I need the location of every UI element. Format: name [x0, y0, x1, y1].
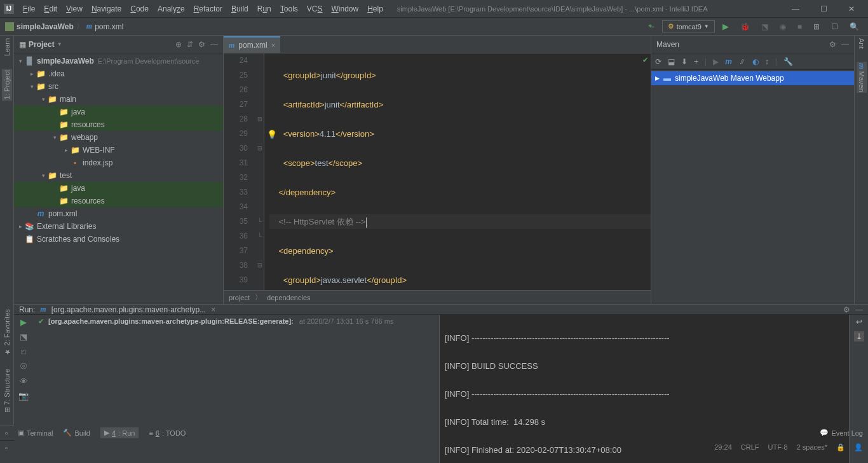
toggle-skip-tests-icon[interactable]: ◐	[752, 57, 759, 66]
tree-pom[interactable]: mpom.xml	[14, 207, 223, 220]
breadcrumb-file[interactable]: pom.xml	[95, 22, 123, 31]
status-encoding[interactable]: UTF-8	[768, 443, 788, 452]
menu-refactor[interactable]: Refactor	[190, 3, 226, 15]
menu-code[interactable]: Code	[126, 3, 153, 15]
tree-resources[interactable]: 📁resources	[14, 118, 223, 131]
run-console[interactable]: [INFO] ---------------------------------…	[440, 315, 849, 463]
tree-java[interactable]: 📁java	[14, 106, 223, 118]
generate-sources-icon[interactable]: ⬓	[668, 57, 675, 66]
add-icon[interactable]: +	[694, 57, 698, 66]
download-icon[interactable]: ⬇	[681, 57, 688, 66]
tab-todo[interactable]: ≡ 6: TODO	[149, 429, 186, 437]
left-tab-learn[interactable]: Learn	[3, 38, 11, 56]
gear-icon[interactable]: ⚙	[843, 305, 850, 314]
maven-root-item[interactable]: ▶ ▬ simpleJavaWeb Maven Webapp	[651, 71, 854, 85]
status-indent[interactable]: 2 spaces*	[797, 443, 827, 452]
tree-main[interactable]: ▾📁main	[14, 93, 223, 106]
tab-build[interactable]: 🔨 Build	[63, 429, 90, 437]
profile-button[interactable]: ◉	[776, 20, 790, 33]
tree-testjava[interactable]: 📁java	[14, 182, 223, 195]
tree-scratch[interactable]: 📋Scratches and Consoles	[14, 233, 223, 245]
reimport-icon[interactable]: ⟳	[655, 57, 661, 66]
filter-icon[interactable]: ⏍	[21, 347, 26, 356]
run-tab-label[interactable]: [org.apache.maven.plugins:maven-archetyp…	[51, 305, 206, 314]
chevron-down-icon[interactable]: ▼	[57, 41, 62, 47]
hide-icon[interactable]: —	[841, 40, 849, 49]
close-tab-icon[interactable]: ×	[271, 41, 275, 49]
close-run-tab-icon[interactable]: ×	[211, 305, 215, 314]
coverage-button[interactable]: ⬔	[757, 20, 772, 33]
right-tab-maven[interactable]: m Maven	[857, 62, 867, 93]
camera-icon[interactable]: 📷	[18, 391, 29, 401]
soft-wrap-icon[interactable]: ↩	[856, 317, 862, 326]
breadcrumb-project[interactable]: simpleJavaWeb	[17, 22, 74, 31]
tree-idea[interactable]: ▸📁.idea	[14, 67, 223, 80]
right-tab-ant[interactable]: Ant	[858, 38, 865, 49]
run-button[interactable]: ▶	[719, 20, 733, 33]
editor-tab-pom[interactable]: m pom.xml ×	[224, 36, 280, 53]
tree-root[interactable]: ▾▉simpleJavaWebE:\Program Development\so…	[14, 55, 223, 67]
build-button[interactable]: ⬑	[644, 20, 658, 33]
collapse-icon[interactable]: ↕	[765, 57, 769, 66]
left-tab-favorites[interactable]: ★ 2: Favorites	[3, 309, 11, 356]
vcs-commit-icon[interactable]: ☐	[827, 20, 842, 33]
gear-icon[interactable]: ⚙	[198, 40, 205, 49]
hide-icon[interactable]: —	[855, 305, 863, 314]
status-toggle-icon[interactable]: ▫	[5, 444, 8, 452]
editor-body[interactable]: ✔ 24252627282930313233343536373839 ⊟ ⊟ └…	[224, 53, 651, 290]
lock-icon[interactable]: 🔒	[836, 443, 845, 452]
left-tab-project[interactable]: 1: Project	[2, 69, 12, 100]
intention-bulb-icon[interactable]: 💡	[267, 130, 277, 139]
tree-webapp[interactable]: ▾📁webapp	[14, 131, 223, 144]
menu-file[interactable]: File	[19, 3, 39, 15]
menu-edit[interactable]: Edit	[40, 3, 61, 15]
menu-view[interactable]: View	[62, 3, 86, 15]
gear-icon[interactable]: ⚙	[829, 40, 836, 49]
menu-window[interactable]: Window	[327, 3, 362, 15]
fold-column[interactable]: ⊟ ⊟ └└ ⊟	[255, 53, 264, 290]
left-tab-structure[interactable]: ⊞ 7: Structure	[3, 369, 11, 413]
status-position[interactable]: 29:24	[714, 443, 732, 452]
run-config-selector[interactable]: ⚙ tomcat9 ▼	[662, 20, 715, 32]
crumb-project[interactable]: project	[229, 294, 250, 301]
tab-run[interactable]: ▶ 4: Run	[100, 427, 139, 438]
menu-build[interactable]: Build	[227, 3, 252, 15]
tree-test[interactable]: ▾📁test	[14, 169, 223, 182]
run-tree-item[interactable]: ✔ [org.apache.maven.plugins:maven-archet…	[38, 317, 434, 326]
run-tree[interactable]: ✔ [org.apache.maven.plugins:maven-archet…	[33, 315, 440, 463]
memory-icon[interactable]: 👤	[854, 443, 863, 452]
menu-tools[interactable]: Tools	[276, 3, 302, 15]
tab-event-log[interactable]: 💬 Event Log	[820, 429, 863, 437]
stop-button[interactable]: ■	[794, 20, 806, 33]
menu-run[interactable]: Run	[254, 3, 275, 15]
toggle-offline-icon[interactable]: ⫽	[738, 57, 746, 66]
debug-button[interactable]: 🐞	[736, 20, 754, 33]
stop-icon[interactable]: ⬔	[20, 332, 27, 342]
code-area[interactable]: <groupId>junit</groupId> <artifactId>jun…	[264, 53, 651, 290]
menu-vcs[interactable]: VCS	[303, 3, 327, 15]
menu-help[interactable]: Help	[363, 3, 387, 15]
crumb-deps[interactable]: dependencies	[267, 294, 311, 301]
status-eol[interactable]: CRLF	[741, 443, 759, 452]
maximize-button[interactable]: ☐	[811, 1, 836, 17]
minimize-button[interactable]: —	[783, 1, 808, 17]
run-maven-icon[interactable]: ▶	[713, 57, 719, 66]
select-opened-icon[interactable]: ⊕	[175, 40, 182, 49]
project-tree[interactable]: ▾▉simpleJavaWebE:\Program Development\so…	[14, 53, 223, 304]
tool-window-toggle-icon[interactable]: ▫	[5, 429, 8, 437]
view-icon[interactable]: 👁	[20, 377, 28, 386]
menu-navigate[interactable]: Navigate	[88, 3, 125, 15]
tree-webinf[interactable]: ▸📁WEB-INF	[14, 144, 223, 156]
project-panel-title[interactable]: Project	[29, 40, 55, 49]
tab-terminal[interactable]: ▣ Terminal	[18, 429, 53, 437]
scroll-end-icon[interactable]: ⤓	[854, 331, 864, 342]
tree-indexjsp[interactable]: ▪index.jsp	[14, 156, 223, 169]
pin-icon[interactable]: ⦾	[20, 361, 27, 371]
menu-analyze[interactable]: Analyze	[154, 3, 189, 15]
tree-extlib[interactable]: ▸📚External Libraries	[14, 220, 223, 233]
maven-m-icon[interactable]: m	[725, 57, 732, 66]
wrench-icon[interactable]: 🔧	[783, 57, 793, 66]
close-button[interactable]: ✕	[839, 1, 864, 17]
rerun-icon[interactable]: ▶	[20, 317, 27, 327]
tree-testres[interactable]: 📁resources	[14, 195, 223, 207]
